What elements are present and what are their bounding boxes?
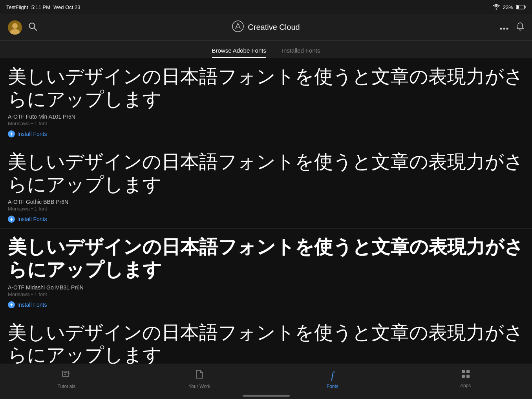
tab-browse-adobe-fonts[interactable]: Browse Adobe Fonts (212, 47, 266, 58)
svg-rect-1 (525, 6, 526, 8)
bottom-tab-bar: Tutorials Your Work f Fonts Apps (0, 364, 532, 399)
svg-rect-13 (62, 371, 69, 377)
font-meta-label: Morisawa • 1 font (8, 206, 524, 212)
battery-icon (516, 5, 526, 9)
avatar[interactable] (8, 20, 22, 35)
plus-circle-icon: + (8, 216, 15, 223)
nav-left (8, 20, 86, 35)
svg-point-4 (12, 23, 18, 29)
tutorials-icon (62, 370, 71, 381)
date-label: Wed Oct 23 (53, 4, 80, 10)
bottom-tab-tutorials[interactable]: Tutorials (51, 370, 82, 389)
font-item: 美しいデザインの日本語フォントを使うと文章の表現力がさらにアップしますA-OTF… (0, 229, 532, 314)
svg-point-12 (506, 28, 508, 30)
app-title: Creative Cloud (248, 23, 300, 32)
home-indicator (243, 395, 290, 397)
tutorials-label: Tutorials (58, 384, 76, 389)
nav-center: Creative Cloud (232, 20, 300, 35)
svg-point-10 (500, 28, 502, 30)
plus-circle-icon: + (8, 301, 15, 308)
svg-rect-15 (466, 370, 470, 373)
install-fonts-button[interactable]: +Install Fonts (8, 130, 47, 137)
status-left: TestFlight 5:11 PM Wed Oct 23 (6, 4, 80, 10)
svg-line-7 (34, 28, 37, 30)
install-fonts-button[interactable]: +Install Fonts (8, 301, 47, 308)
install-fonts-label: Install Fonts (17, 302, 47, 308)
nav-right (446, 22, 524, 33)
font-item: 美しいデザインの日本語フォントを使うと文章の表現力がさらにアップしますA-OTF… (0, 314, 532, 364)
yourwork-label: Your Work (188, 384, 210, 389)
font-name-label: A-OTF Gothic BBB Pr6N (8, 199, 524, 205)
font-preview-text: 美しいデザインの日本語フォントを使うと文章の表現力がさらにアップします (8, 65, 524, 110)
notification-icon[interactable] (516, 22, 524, 33)
nav-bar: Creative Cloud (0, 14, 532, 41)
font-preview-text: 美しいデザインの日本語フォントを使うと文章の表現力がさらにアップします (8, 150, 524, 196)
font-item: 美しいデザインの日本語フォントを使うと文章の表現力がさらにアップしますA-OTF… (0, 143, 532, 229)
svg-point-11 (503, 28, 505, 30)
tab-bar: Browse Adobe Fonts Installed Fonts (0, 41, 532, 58)
font-meta-label: Morisawa • 1 font (8, 291, 524, 297)
status-bar: TestFlight 5:11 PM Wed Oct 23 23% (0, 0, 532, 14)
svg-rect-16 (462, 375, 465, 378)
yourwork-icon (195, 370, 204, 381)
bottom-tab-apps[interactable]: Apps (450, 370, 481, 388)
battery-label: 23% (503, 4, 513, 10)
svg-rect-2 (517, 5, 519, 9)
font-list: 美しいデザインの日本語フォントを使うと文章の表現力がさらにアップしますA-OTF… (0, 58, 532, 364)
font-name-label: A-OTF Futo Min A101 Pr6N (8, 113, 524, 120)
svg-rect-14 (462, 370, 465, 373)
adobe-logo-icon (232, 20, 244, 35)
bottom-tab-fonts[interactable]: f Fonts (317, 370, 348, 389)
install-fonts-button[interactable]: +Install Fonts (8, 216, 47, 223)
wifi-icon (493, 4, 500, 10)
plus-circle-icon: + (8, 130, 15, 137)
font-preview-text: 美しいデザインの日本語フォントを使うと文章の表現力がさらにアップします (8, 321, 524, 364)
install-fonts-label: Install Fonts (17, 131, 47, 137)
fonts-label: Fonts (327, 384, 338, 389)
font-preview-text: 美しいデザインの日本語フォントを使うと文章の表現力がさらにアップします (8, 236, 524, 281)
tab-installed-fonts[interactable]: Installed Fonts (282, 47, 320, 58)
apps-icon (461, 370, 470, 381)
status-right: 23% (493, 4, 526, 10)
carrier-label: TestFlight (6, 4, 28, 10)
font-item: 美しいデザインの日本語フォントを使うと文章の表現力がさらにアップしますA-OTF… (0, 58, 532, 143)
install-fonts-label: Install Fonts (17, 216, 47, 222)
search-icon[interactable] (28, 22, 37, 33)
more-options-icon[interactable] (500, 23, 508, 32)
bottom-tab-yourwork[interactable]: Your Work (184, 370, 215, 389)
time-label: 5:11 PM (31, 4, 50, 10)
font-name-label: A-OTF Midashi Go MB31 Pr6N (8, 284, 524, 291)
font-meta-label: Morisawa • 1 font (8, 121, 524, 126)
fonts-icon: f (331, 370, 334, 381)
svg-rect-17 (466, 375, 470, 378)
apps-label: Apps (460, 383, 471, 388)
